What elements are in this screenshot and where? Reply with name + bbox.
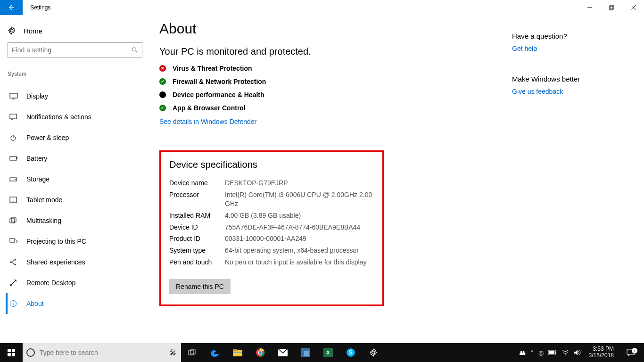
protection-label: Virus & Threat Protection [173,65,252,72]
spec-key: Pen and touch [169,258,225,267]
sidebar-item-label: Shared experiences [26,258,85,266]
app-icon[interactable] [294,343,317,362]
content: About Your PC is monitored and protected… [146,15,512,343]
protection-row: ✕ Virus & Threat Protection [159,65,512,72]
task-view-button[interactable] [181,343,204,362]
location-icon[interactable]: ◎ [538,349,544,356]
protection-label: Firewall & Network Protection [173,78,266,85]
file-explorer-icon[interactable] [226,343,249,362]
spec-key: Processor [169,190,225,208]
cortana-icon [26,348,35,357]
back-arrow-icon [8,4,15,11]
skype-icon[interactable]: S [339,343,362,362]
window-controls [579,0,644,15]
search-icon [132,47,138,53]
notification-badge: 1 [632,348,637,354]
sidebar-item-storage[interactable]: Storage [6,169,139,189]
sidebar-item-display[interactable]: Display [6,86,139,107]
page-title: About [159,21,512,37]
svg-rect-44 [304,351,309,356]
search-input-container[interactable] [8,42,142,58]
taskbar-search-input[interactable] [40,349,165,356]
battery-tray-icon[interactable] [548,350,557,355]
action-center-button[interactable]: 1 [621,349,640,356]
svg-point-15 [15,179,16,180]
sidebar-item-label: Storage [26,175,50,183]
battery-icon [9,156,18,161]
volume-icon[interactable] [574,349,581,356]
edge-icon[interactable] [204,343,226,362]
tray-chevron-icon[interactable]: ˄ [530,349,534,356]
sidebar-item-battery[interactable]: Battery [6,148,139,169]
excel-icon[interactable]: X [317,343,339,362]
svg-point-17 [13,201,14,202]
taskbar-search[interactable]: 🎤︎ [23,343,181,362]
svg-rect-7 [10,93,17,98]
sidebar-item-shared[interactable]: Shared experiences [6,252,139,272]
feedback-link[interactable]: Give us feedback [512,88,633,95]
spec-value: 00331-10000-00001-AA249 [225,234,374,243]
rename-pc-button[interactable]: Rename this PC [169,279,231,294]
svg-text:S: S [349,349,353,356]
spec-row: System type64-bit operating system, x64-… [169,246,374,255]
better-heading: Make Windows better [512,75,633,83]
sidebar-item-notifications[interactable]: Notifications & actions [6,107,139,127]
search-input[interactable] [12,46,132,54]
protection-label: Device performance & Health [173,91,264,99]
notifications-icon [9,114,18,120]
svg-rect-38 [233,352,242,353]
clock-date: 3/15/2018 [589,353,614,359]
spec-row: Device nameDESKTOP-G79EJRP [169,179,374,188]
sidebar-item-label: Tablet mode [26,196,62,204]
shared-icon [9,258,18,266]
start-button[interactable] [0,343,23,362]
spec-key: Device ID [169,223,225,232]
sidebar-item-label: Multitasking [26,217,61,224]
wifi-icon[interactable] [561,350,569,355]
svg-point-5 [132,48,136,51]
mail-icon[interactable] [272,343,294,362]
display-icon [9,93,18,99]
svg-rect-20 [10,239,15,242]
svg-rect-30 [8,349,11,352]
status-good-icon: ✓ [159,105,166,111]
close-button[interactable] [622,0,644,15]
tablet-icon [9,197,18,203]
sidebar-item-projecting[interactable]: Projecting to this PC [6,231,139,252]
sidebar-item-tablet[interactable]: Tablet mode [6,189,139,210]
mic-icon[interactable]: 🎤︎ [170,349,176,356]
gear-icon [8,26,16,35]
settings-taskbar-icon[interactable] [362,343,385,362]
home-link[interactable]: Home [8,26,139,35]
svg-rect-50 [555,352,556,354]
spec-value: DESKTOP-G79EJRP [225,179,374,188]
sidebar-item-label: Remote Desktop [26,279,75,287]
svg-rect-35 [190,350,195,354]
sidebar-item-multitasking[interactable]: Multitasking [6,210,139,231]
defender-link[interactable]: See details in Windows Defender [159,118,256,125]
back-button[interactable] [0,0,23,15]
minimize-button[interactable] [579,0,601,15]
protection-list: ✕ Virus & Threat Protection ✓ Firewall &… [159,65,512,112]
spec-value: 64-bit operating system, x64-based proce… [225,246,374,255]
spec-key: System type [169,246,225,255]
spec-row: ProcessorIntel(R) Core(TM) i3-6006U CPU … [169,190,374,208]
svg-rect-51 [549,351,554,354]
sidebar-item-about[interactable]: About [6,293,139,314]
svg-rect-2 [610,5,614,9]
sidebar-item-power[interactable]: Power & sleep [6,127,139,148]
svg-rect-31 [12,349,15,352]
spec-key: Product ID [169,234,225,243]
svg-line-26 [10,280,16,286]
svg-point-41 [259,351,262,354]
spec-row: Pen and touchNo pen or touch input is av… [169,258,374,267]
sidebar-item-label: Power & sleep [26,134,69,141]
people-icon[interactable]: 👥︎ [520,349,526,356]
get-help-link[interactable]: Get help [512,45,633,52]
sidebar-item-remote[interactable]: Remote Desktop [6,272,139,293]
spec-value: 755A76DE-AF3F-467A-8774-60BEA9E8BA44 [225,223,374,232]
clock[interactable]: 3:53 PM 3/15/2018 [586,346,617,359]
chrome-icon[interactable] [249,343,272,362]
protection-row: Device performance & Health [159,91,512,99]
maximize-button[interactable] [601,0,622,15]
